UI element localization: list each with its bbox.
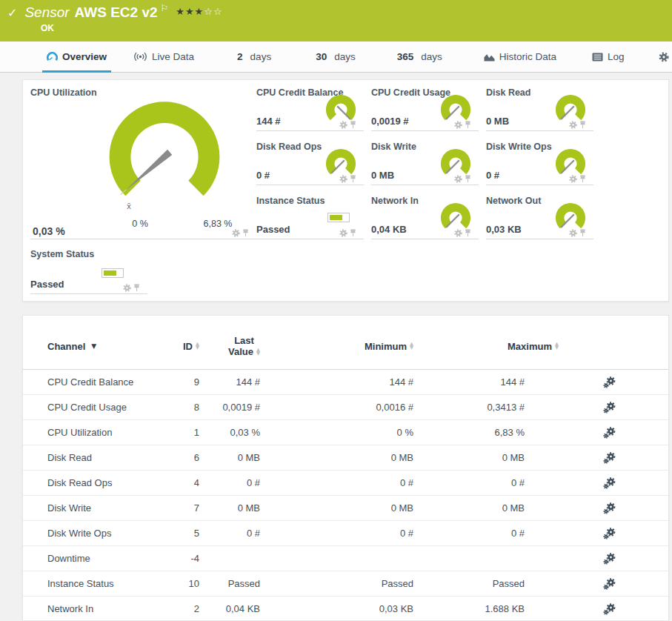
channel-name: Network In: [47, 603, 166, 614]
pin-icon[interactable]: [465, 121, 471, 129]
status-bar-indicator: [327, 213, 350, 222]
channel-last-value: 144 #: [236, 376, 260, 388]
channel-minimum: 0 #: [400, 528, 413, 539]
channel-last-value: Passed: [228, 578, 260, 589]
channel-gauge-value: 0 #: [486, 170, 499, 181]
table-row[interactable]: Downtime -4: [23, 546, 668, 571]
channel-settings-icon[interactable]: [603, 402, 616, 414]
channel-settings-icon[interactable]: [603, 376, 616, 388]
table-row[interactable]: Network In 2 0,04 KB 0,03 KB 1.688 KB: [23, 597, 668, 621]
pin-icon[interactable]: [465, 229, 471, 237]
gauge-mean-marker: x̄: [124, 202, 134, 210]
pin-icon[interactable]: [242, 229, 249, 237]
channel-gauge-tile[interactable]: Disk Write 0 MB: [371, 140, 479, 185]
channel-gauge-tile[interactable]: Network Out 0,03 KB: [486, 194, 593, 239]
pin-icon[interactable]: [465, 175, 471, 183]
channel-settings-icon[interactable]: [603, 427, 616, 439]
column-header-last-value[interactable]: LastValue▲▼: [228, 335, 260, 357]
channel-maximum: 6,83 %: [495, 427, 525, 438]
gear-icon[interactable]: [339, 175, 347, 183]
priority-stars[interactable]: ★★★☆☆: [176, 6, 222, 17]
gear-icon[interactable]: [454, 175, 462, 183]
channel-settings-icon[interactable]: [603, 603, 616, 615]
channel-id: 6: [194, 452, 199, 463]
gear-icon[interactable]: [232, 229, 240, 237]
sensor-status-badge: OK: [41, 23, 54, 33]
column-header-maximum[interactable]: Maximum▲▼: [473, 341, 525, 352]
tab-365-days[interactable]: 365days: [393, 41, 447, 72]
column-header-minimum[interactable]: Minimum▲▼: [365, 341, 413, 352]
table-row[interactable]: CPU Credit Usage 8 0,0019 # 0,0016 # 0,3…: [23, 395, 668, 420]
channel-id: 2: [194, 603, 199, 614]
channel-gauge-tile[interactable]: Disk Read Ops 0 #: [256, 140, 364, 185]
channel-gauge-tile[interactable]: Disk Read 0 MB: [486, 86, 593, 131]
channel-maximum: 0,3413 #: [487, 402, 525, 413]
table-row[interactable]: Instance Status 10 Passed Passed Passed: [23, 571, 668, 597]
channel-settings-icon[interactable]: [603, 502, 616, 514]
tab-live-data[interactable]: Live Data: [129, 41, 199, 72]
column-header-channel[interactable]: Channel▼: [47, 341, 166, 352]
tab-log[interactable]: Log: [588, 41, 629, 72]
pin-icon[interactable]: [579, 175, 586, 183]
pin-icon[interactable]: [579, 121, 586, 129]
cpu-utilization-tile[interactable]: CPU Utilization x̄ 0 % 6,83 % 0,03 %: [30, 86, 256, 239]
channel-name: CPU Credit Usage: [47, 402, 166, 413]
pin-icon[interactable]: [350, 175, 356, 183]
cpu-utilization-gauge: [76, 87, 253, 225]
channel-gauge-tile[interactable]: CPU Credit Balance 144 #: [256, 86, 364, 131]
table-row[interactable]: CPU Credit Balance 9 144 # 144 # 144 #: [23, 370, 668, 395]
status-bar-indicator: [102, 268, 124, 278]
channel-gauge-tile[interactable]: CPU Credit Usage 0,0019 #: [371, 86, 479, 131]
gear-icon[interactable]: [454, 229, 462, 237]
tab-overview[interactable]: Overview: [42, 41, 111, 72]
table-row[interactable]: Disk Read 6 0 MB 0 MB 0 MB: [23, 445, 668, 471]
gear-icon[interactable]: [123, 284, 131, 292]
gear-icon[interactable]: [454, 121, 462, 129]
pin-icon[interactable]: [350, 229, 356, 237]
channel-minimum: 0 MB: [391, 502, 413, 514]
channel-settings-icon[interactable]: [603, 578, 616, 590]
table-row[interactable]: CPU Utilization 1 0,03 % 0 % 6,83 %: [23, 420, 668, 445]
tab-label: Historic Data: [499, 51, 556, 62]
gear-icon[interactable]: [569, 121, 577, 129]
channel-id: 7: [194, 502, 199, 514]
tab-30-days[interactable]: 30days: [311, 41, 360, 72]
table-row[interactable]: Disk Write 7 0 MB 0 MB 0 MB: [23, 496, 668, 521]
channel-maximum: 0 MB: [502, 502, 525, 514]
gear-icon[interactable]: [569, 229, 577, 237]
channel-settings-icon[interactable]: [603, 452, 616, 464]
column-header-id[interactable]: ID▲▼: [183, 341, 199, 352]
channel-gauge-tile[interactable]: Network In 0,04 KB: [371, 194, 479, 239]
tab-label: days: [421, 51, 442, 62]
channel-gauge-value: 0 MB: [486, 116, 509, 127]
small-gauge-grid: CPU Credit Balance 144 # CPU Credit: [256, 86, 593, 239]
gear-icon[interactable]: [569, 175, 577, 183]
pin-icon[interactable]: [350, 121, 356, 129]
channel-name: Downtime: [47, 553, 166, 564]
system-status-tile[interactable]: System Status Passed: [30, 248, 147, 294]
channel-maximum: 144 #: [500, 376, 525, 388]
channel-settings-icon[interactable]: [603, 528, 616, 539]
channel-id: 10: [189, 578, 199, 589]
flag-icon[interactable]: ⚐: [161, 3, 169, 13]
gear-icon[interactable]: [339, 121, 347, 129]
channel-gauge-value: 0 #: [256, 170, 270, 181]
channel-table-body: CPU Credit Balance 9 144 # 144 # 144 # C…: [23, 370, 668, 621]
gear-icon[interactable]: [339, 229, 347, 237]
table-row[interactable]: Disk Read Ops 4 0 # 0 # 0 #: [23, 471, 668, 496]
channel-gauge-tile[interactable]: Disk Write Ops 0 #: [486, 140, 593, 185]
channel-last-value: 0 MB: [238, 452, 260, 463]
channel-settings-icon[interactable]: [603, 477, 616, 489]
tab-settings[interactable]: Settings: [654, 41, 672, 72]
pin-icon[interactable]: [133, 284, 140, 292]
channel-gauge-value: 0,03 %: [33, 225, 65, 237]
pin-icon[interactable]: [579, 229, 586, 237]
tab-historic-data[interactable]: Historic Data: [479, 41, 561, 72]
tab-label: Live Data: [152, 51, 194, 62]
channel-settings-icon[interactable]: [603, 553, 616, 565]
channel-name: Disk Write: [47, 502, 166, 514]
tab-2-days[interactable]: 2days: [233, 41, 276, 72]
table-row[interactable]: Disk Write Ops 5 0 # 0 # 0 #: [23, 521, 668, 546]
channel-gauge-tile[interactable]: Instance Status Passed: [256, 194, 364, 239]
channel-minimum: 0,03 KB: [379, 603, 413, 614]
